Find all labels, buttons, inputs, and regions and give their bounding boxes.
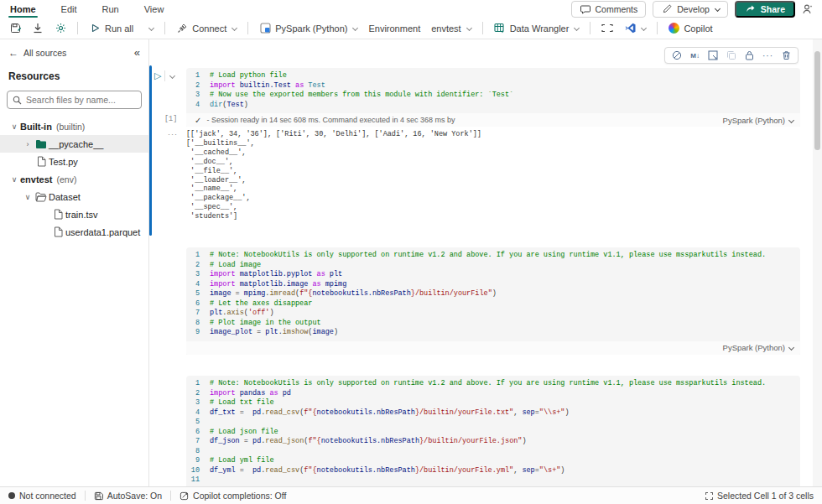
tab-home[interactable]: Home — [8, 2, 38, 17]
vscode-button[interactable] — [622, 21, 648, 36]
search-input[interactable] — [26, 95, 135, 105]
all-sources-back-button[interactable]: ← All sources — [8, 47, 66, 59]
copilot-icon — [669, 23, 679, 34]
settings-button[interactable] — [52, 21, 69, 36]
tree-item-suffix: (builtin) — [56, 122, 85, 132]
tree-item-envtest[interactable]: ∨envtest(env) — [0, 170, 148, 188]
tree-item-test-py[interactable]: Test.py — [0, 153, 148, 170]
scrollbar-thumb[interactable] — [814, 51, 820, 150]
code-cell-3[interactable]: 1# Note: NotebookUtils is only supported… — [149, 376, 800, 486]
cell-3-editor[interactable]: 1# Note: NotebookUtils is only supported… — [186, 376, 800, 486]
chevron-down-icon[interactable] — [641, 25, 647, 31]
tree-item-label: Built-in — [20, 122, 52, 132]
connection-status[interactable]: Not connected — [8, 491, 76, 501]
code-line[interactable]: 2import pandas as pd — [186, 389, 800, 399]
export-button[interactable] — [29, 21, 46, 36]
autosave-status[interactable]: AutoSave: On — [94, 491, 162, 501]
folder-icon — [34, 192, 49, 202]
language-selector[interactable]: PySpark (Python) — [257, 21, 360, 36]
tree-item--pycache-[interactable]: ›__pycache__ — [0, 135, 148, 153]
tree-item-built-in[interactable]: ∨Built-in(builtin) — [0, 117, 148, 135]
code-line[interactable]: 3# Now use the exported members from thi… — [186, 91, 800, 101]
tree-item-dataset[interactable]: ∨Dataset — [0, 188, 148, 205]
run-cell-icon[interactable]: ▷ — [154, 70, 165, 81]
run-all-label: Run all — [105, 23, 133, 34]
code-line[interactable]: 1# Note: NotebookUtils is only supported… — [186, 251, 800, 261]
code-line[interactable]: 4dir(Test) — [186, 101, 800, 111]
connect-button[interactable]: Connect — [174, 21, 239, 36]
code-line[interactable]: 7plt.axis('off') — [186, 309, 800, 319]
cell-2-editor[interactable]: 1# Note: NotebookUtils is only supported… — [186, 247, 800, 355]
tab-view[interactable]: View — [143, 2, 166, 17]
convert-to-markdown-icon[interactable]: M↓ — [690, 52, 700, 60]
code-line[interactable]: 4df_txt = pd.read_csv(f"{notebookutils.n… — [186, 408, 800, 418]
selection-icon — [705, 492, 713, 500]
code-line[interactable]: 11 — [186, 475, 800, 486]
develop-button[interactable]: Develop — [653, 1, 728, 18]
file-search-box[interactable] — [7, 91, 142, 109]
code-line[interactable]: 5image = mpimg.imread(f"{notebookutils.n… — [186, 289, 800, 299]
collapse-output-icon[interactable]: ··· — [168, 130, 178, 138]
resources-title: Resources — [0, 59, 148, 91]
tab-run[interactable]: Run — [101, 2, 121, 17]
tab-edit[interactable]: Edit — [60, 2, 79, 17]
focus-mode-button[interactable] — [599, 21, 616, 36]
tree-chevron-icon[interactable]: ∨ — [22, 193, 34, 201]
more-options-icon[interactable]: ··· — [762, 51, 773, 60]
code-cell-2[interactable]: 1# Note: NotebookUtils is only supported… — [149, 247, 800, 355]
cell-1-kernel-selector[interactable]: PySpark (Python) — [723, 116, 793, 125]
data-wrangler-button[interactable]: Data Wrangler — [492, 21, 582, 36]
chevron-down-icon[interactable] — [148, 25, 154, 31]
environment-selector[interactable]: envtest — [429, 22, 473, 35]
cell-2-kernel-selector[interactable]: PySpark (Python) — [723, 343, 793, 352]
code-line[interactable]: 1# Load python file — [186, 71, 800, 81]
collapse-cell-icon[interactable] — [169, 73, 175, 79]
copilot-label: Copilot — [684, 23, 712, 34]
code-line[interactable]: 10df_yml = pd.read_csv(f"{notebookutils.… — [186, 466, 800, 476]
lock-cell-icon[interactable] — [745, 50, 754, 60]
connect-label: Connect — [192, 23, 226, 34]
code-line[interactable]: 7df_json = pd.read_json(f"{notebookutils… — [186, 437, 800, 447]
save-icon — [9, 23, 21, 34]
toolbar-separator — [164, 22, 165, 34]
tree-chevron-icon[interactable]: › — [22, 140, 34, 148]
copilot-button[interactable]: Copilot — [666, 21, 715, 35]
cell-copilot-icon[interactable] — [672, 50, 682, 60]
toolbar-separator — [657, 22, 658, 34]
code-line[interactable]: 6# Load json file — [186, 428, 800, 438]
tree-item-train-tsv[interactable]: train.tsv — [0, 205, 148, 223]
copilot-completions-status[interactable]: Copilot completions: Off — [179, 491, 286, 501]
save-button[interactable] — [7, 21, 23, 36]
pyspark-icon — [259, 23, 271, 34]
code-line[interactable]: 2import builtin.Test as Test — [186, 81, 800, 91]
share-button[interactable]: Share — [735, 1, 795, 18]
chevron-down-icon — [466, 25, 472, 31]
resize-cell-icon[interactable] — [708, 50, 718, 60]
code-line[interactable]: 2# Load image — [186, 261, 800, 271]
code-line[interactable]: 6# Let the axes disappear — [186, 299, 800, 309]
comments-button[interactable]: Comments — [571, 1, 647, 18]
tree-chevron-icon[interactable]: ∨ — [8, 175, 20, 184]
run-all-button[interactable]: Run all — [86, 21, 156, 36]
code-line[interactable]: 1# Note: NotebookUtils is only supported… — [186, 379, 800, 389]
code-line[interactable]: 8 — [186, 447, 800, 457]
code-line[interactable]: 9image_plot = plt.imshow(image) — [186, 328, 800, 338]
develop-label: Develop — [677, 4, 710, 14]
code-line[interactable]: 3import matplotlib.pyplot as plt — [186, 270, 800, 280]
vscode-icon — [624, 23, 636, 34]
user-avatar-icon[interactable] — [802, 3, 814, 15]
code-line[interactable]: 3# Load txt file — [186, 398, 800, 408]
autosave-label: AutoSave: On — [107, 491, 162, 501]
collapse-panel-icon[interactable]: « — [134, 46, 140, 59]
copy-cell-icon[interactable] — [726, 50, 736, 60]
code-line[interactable]: 9# Load yml file — [186, 456, 800, 466]
delete-cell-icon[interactable] — [782, 50, 791, 60]
notebook-scrollbar[interactable] — [813, 39, 822, 486]
code-line[interactable]: 4import matplotlib.image as mpimg — [186, 280, 800, 290]
code-cell-1[interactable]: ▷ 1# Load python file2import builtin.Tes… — [149, 68, 800, 127]
tree-chevron-icon[interactable]: ∨ — [8, 122, 20, 131]
tree-item-userdata1-parquet[interactable]: userdata1.parquet — [0, 223, 148, 241]
code-line[interactable]: 8# Plot image in the output — [186, 319, 800, 329]
cell-1-editor[interactable]: 1# Load python file2import builtin.Test … — [186, 68, 800, 127]
code-line[interactable]: 5 — [186, 418, 800, 428]
